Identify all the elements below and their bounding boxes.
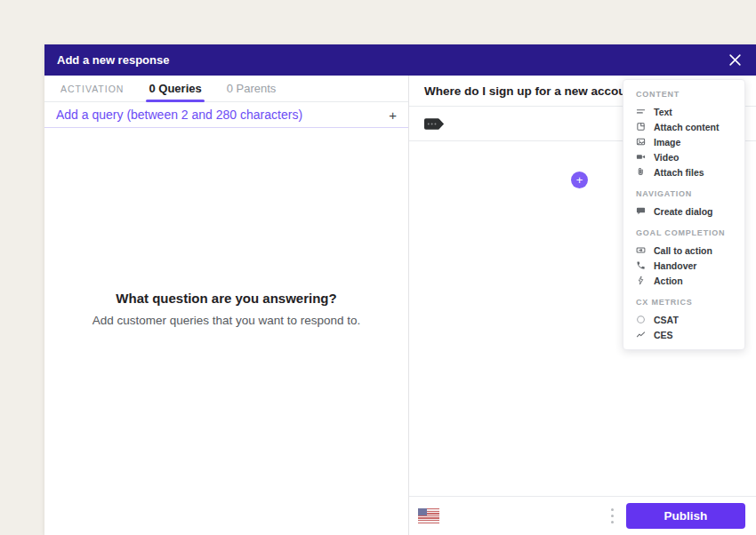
modal-header: Add a new response bbox=[44, 44, 756, 76]
publish-button[interactable]: Publish bbox=[626, 503, 745, 529]
question-title: Where do I sign up for a new account? bbox=[424, 84, 645, 98]
add-block-button[interactable]: + bbox=[571, 172, 588, 188]
menu-item-call-to-action[interactable]: Call to action bbox=[623, 243, 744, 258]
menu-section-cx-metrics: CX METRICS CSAT CES bbox=[623, 295, 744, 342]
kebab-menu-icon[interactable] bbox=[609, 507, 615, 525]
plus-icon: + bbox=[576, 172, 583, 188]
add-query-link[interactable]: Add a query (between 2 and 280 character… bbox=[56, 108, 302, 122]
add-query-plus-icon[interactable]: + bbox=[389, 108, 397, 122]
text-icon bbox=[636, 107, 646, 116]
menu-item-label: Image bbox=[654, 137, 680, 148]
close-button[interactable] bbox=[726, 52, 744, 69]
empty-state-title: What question are you answering? bbox=[44, 291, 408, 306]
menu-item-label: Text bbox=[654, 107, 672, 117]
image-icon bbox=[636, 137, 646, 147]
message-bubble-icon[interactable] bbox=[423, 117, 446, 131]
empty-state-subtitle: Add customer queries that you want to re… bbox=[44, 314, 408, 327]
menu-section-label: GOAL COMPLETION bbox=[623, 226, 744, 240]
action-icon bbox=[636, 275, 646, 285]
flag-canton bbox=[418, 508, 427, 515]
menu-section-label: CX METRICS bbox=[623, 295, 744, 309]
tab-activation[interactable]: ACTIVATION bbox=[58, 76, 126, 101]
menu-item-text[interactable]: Text bbox=[623, 104, 744, 119]
us-flag-icon[interactable] bbox=[418, 508, 439, 523]
add-query-row[interactable]: Add a query (between 2 and 280 character… bbox=[44, 102, 408, 128]
menu-item-video[interactable]: Video bbox=[623, 149, 744, 164]
menu-item-image[interactable]: Image bbox=[623, 134, 744, 149]
response-footer: Publish bbox=[409, 496, 756, 535]
menu-item-create-dialog[interactable]: Create dialog bbox=[623, 204, 744, 219]
menu-item-label: Call to action bbox=[654, 245, 712, 256]
add-response-modal: Add a new response ACTIVATION 0 Queries … bbox=[44, 44, 756, 535]
tab-queries[interactable]: 0 Queries bbox=[146, 76, 204, 101]
menu-item-label: Attach files bbox=[654, 167, 704, 178]
tab-parents[interactable]: 0 Parents bbox=[224, 76, 279, 101]
ces-icon bbox=[636, 330, 646, 339]
menu-item-label: Action bbox=[654, 275, 683, 286]
video-icon bbox=[636, 152, 646, 162]
menu-item-handover[interactable]: Handover bbox=[623, 258, 744, 273]
menu-item-action[interactable]: Action bbox=[623, 273, 744, 288]
close-icon bbox=[728, 53, 742, 67]
csat-icon bbox=[636, 315, 646, 324]
menu-item-label: Video bbox=[654, 152, 679, 163]
tab-bar: ACTIVATION 0 Queries 0 Parents bbox=[44, 76, 408, 102]
block-type-menu: CONTENT Text Attach content bbox=[623, 79, 745, 350]
menu-item-label: Create dialog bbox=[654, 206, 713, 217]
menu-section-content: CONTENT Text Attach content bbox=[623, 87, 744, 180]
empty-state: What question are you answering? Add cus… bbox=[44, 291, 408, 327]
menu-item-ces[interactable]: CES bbox=[623, 327, 744, 342]
menu-item-label: Attach content bbox=[654, 122, 720, 132]
menu-item-label: CES bbox=[654, 330, 673, 340]
menu-section-label: CONTENT bbox=[623, 87, 744, 101]
queries-panel: ACTIVATION 0 Queries 0 Parents Add a que… bbox=[44, 76, 409, 535]
menu-section-navigation: NAVIGATION Create dialog bbox=[623, 187, 744, 219]
menu-item-label: Handover bbox=[654, 260, 696, 271]
attach-content-icon bbox=[636, 122, 646, 132]
attach-files-icon bbox=[636, 167, 646, 177]
menu-item-label: CSAT bbox=[654, 315, 679, 325]
create-dialog-icon bbox=[636, 206, 646, 216]
modal-title: Add a new response bbox=[57, 53, 169, 67]
menu-section-goal-completion: GOAL COMPLETION Call to action Handover bbox=[623, 226, 744, 288]
menu-item-csat[interactable]: CSAT bbox=[623, 312, 744, 327]
handover-icon bbox=[636, 260, 646, 270]
menu-item-attach-content[interactable]: Attach content bbox=[623, 119, 744, 134]
menu-section-label: NAVIGATION bbox=[623, 187, 744, 201]
menu-item-attach-files[interactable]: Attach files bbox=[623, 164, 744, 180]
call-to-action-icon bbox=[636, 245, 646, 255]
